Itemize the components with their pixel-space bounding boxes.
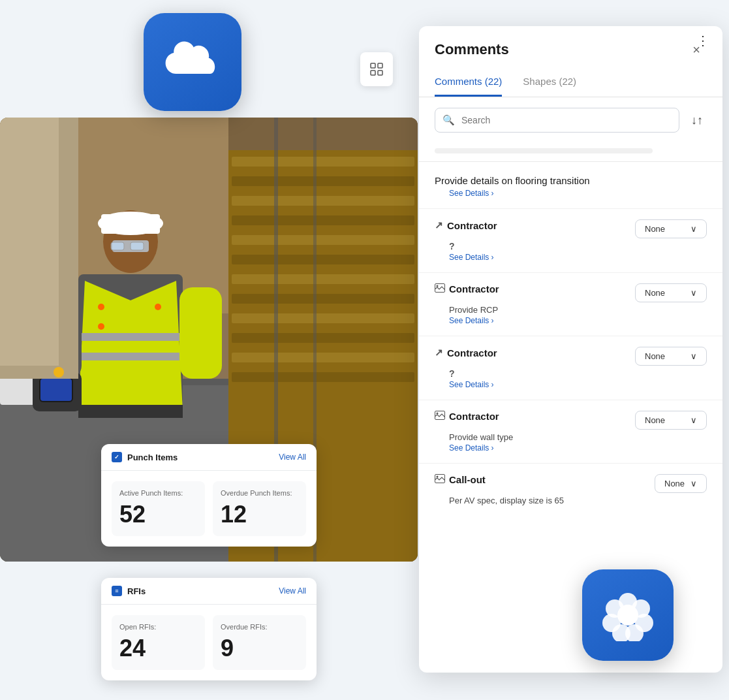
sort-button[interactable]: ↓↑ [687,110,707,131]
rfis-card: ≡ RFIs View All Open RFIs: 24 Overdue RF… [101,578,317,680]
svg-rect-32 [179,287,222,379]
see-details-4[interactable]: See Details › [435,443,707,453]
punch-items-stats: Active Punch Items: 52 Overdue Punch Ite… [101,471,317,547]
overdue-rfis-stat: Overdue RFIs: 9 [213,615,306,670]
open-rfis-label: Open RFIs: [119,623,197,631]
rfis-header: ≡ RFIs [112,586,146,596]
see-details-1[interactable]: See Details › [435,253,707,262]
three-dots-menu[interactable]: ⋮ [696,33,709,48]
chevron-down-icon: ∨ [690,351,697,361]
overdue-punch-value: 12 [221,501,298,528]
see-details-2[interactable]: See Details › [435,316,707,325]
svg-rect-46 [378,71,382,75]
image-icon-2 [435,283,445,294]
punch-items-title: Punch Items [127,453,178,462]
svg-point-36 [98,304,104,310]
svg-point-48 [437,285,439,287]
svg-rect-30 [82,353,179,360]
toolbar-panel [360,52,393,86]
comment-0-description: Provide details on flooring transition [435,175,590,186]
overdue-rfis-label: Overdue RFIs: [221,623,298,631]
chevron-down-icon: ∨ [690,224,697,234]
assignee-dropdown-4[interactable]: None ∨ [635,411,707,430]
rfis-icon: ≡ [112,586,122,596]
see-details-3[interactable]: See Details › [435,380,707,389]
punch-items-header: ✓ Punch Items [112,452,178,462]
svg-rect-43 [371,63,375,68]
search-wrapper: 🔍 [435,108,679,133]
svg-rect-27 [131,242,144,250]
svg-point-41 [54,367,64,377]
svg-rect-40 [0,118,59,366]
comment-row-4: Contractor None ∨ [435,411,707,430]
svg-point-60 [617,605,638,626]
chevron-down-icon: ∨ [690,415,697,425]
assignee-dropdown-3[interactable]: None ∨ [635,347,707,366]
tab-shapes[interactable]: Shapes (22) [523,68,576,97]
svg-rect-9 [232,255,414,264]
search-input[interactable] [435,108,679,133]
comment-row-2: Contractor None ∨ [435,283,707,302]
comments-panel: Comments × Comments (22) Shapes (22) 🔍 ↓… [419,26,722,673]
svg-rect-4 [232,157,414,167]
image-icon-5 [435,474,445,485]
comment-row-3: ↗ Contractor None ∨ [435,347,707,366]
svg-rect-14 [232,353,414,362]
list-item: Contractor None ∨ Provide RCP See Detail… [419,273,722,336]
comment-2-assignee: Contractor [435,283,635,294]
comments-panel-title: Comments [435,41,509,58]
partial-comment-item [419,143,722,162]
tab-comments[interactable]: Comments (22) [435,68,502,97]
svg-rect-11 [232,294,414,304]
punch-items-card: ✓ Punch Items View All Active Punch Item… [101,444,317,547]
comment-4-assignee: Contractor [435,411,635,422]
list-item: Provide details on flooring transition S… [419,162,722,209]
comment-1-assignee: ↗ Contractor [435,219,635,231]
svg-rect-8 [232,235,414,245]
comment-row-5: Call-out None ∨ [435,474,707,493]
comments-list[interactable]: Provide details on flooring transition S… [419,143,722,673]
punch-items-view-all[interactable]: View All [279,453,306,462]
comment-1-question: ? [435,241,707,251]
comment-row-1: ↗ Contractor None ∨ [435,219,707,238]
assignee-dropdown-1[interactable]: None ∨ [635,219,707,238]
active-punch-stat: Active Punch Items: 52 [112,481,205,536]
search-icon: 🔍 [442,114,455,126]
comment-3-assignee: ↗ Contractor [435,347,635,358]
svg-rect-15 [232,372,414,382]
svg-rect-10 [232,274,414,284]
see-details-0[interactable]: See Details › [435,189,707,198]
svg-rect-26 [111,242,124,250]
comment-4-description: Provide wall type [435,432,707,442]
flower-app-icon[interactable] [582,569,674,661]
open-rfis-value: 24 [119,635,197,662]
active-punch-label: Active Punch Items: [119,489,197,497]
chevron-down-icon: ∨ [690,479,697,488]
svg-rect-6 [232,196,414,206]
list-item: ↗ Contractor None ∨ ? See Details › [419,209,722,273]
svg-rect-29 [82,333,179,341]
cloud-icon [163,39,222,85]
comments-tabs: Comments (22) Shapes (22) [419,68,722,97]
svg-rect-7 [232,215,414,225]
arrow-icon-3: ↗ [435,347,443,358]
search-row: 🔍 ↓↑ [419,97,722,143]
open-rfis-stat: Open RFIs: 24 [112,615,205,670]
list-item: Call-out None ∨ Per AV spec, display siz… [419,464,722,516]
comment-5-assignee: Call-out [435,474,655,485]
comments-panel-header: Comments × [419,26,722,60]
arrow-icon-1: ↗ [435,219,443,231]
assignee-dropdown-5[interactable]: None ∨ [655,474,707,493]
image-icon-4 [435,411,445,422]
comment-5-description: Per AV spec, display size is 65 [435,496,707,505]
svg-rect-35 [40,379,72,401]
rfis-title: RFIs [127,586,146,596]
list-item: Contractor None ∨ Provide wall type See … [419,400,722,464]
assignee-dropdown-2[interactable]: None ∨ [635,283,707,302]
cloud-app-icon[interactable] [144,13,241,111]
svg-point-37 [98,323,104,330]
components-button[interactable] [365,57,388,81]
chevron-down-icon: ∨ [690,288,697,298]
rfis-view-all[interactable]: View All [279,586,306,596]
rfis-stats: Open RFIs: 24 Overdue RFIs: 9 [101,605,317,680]
